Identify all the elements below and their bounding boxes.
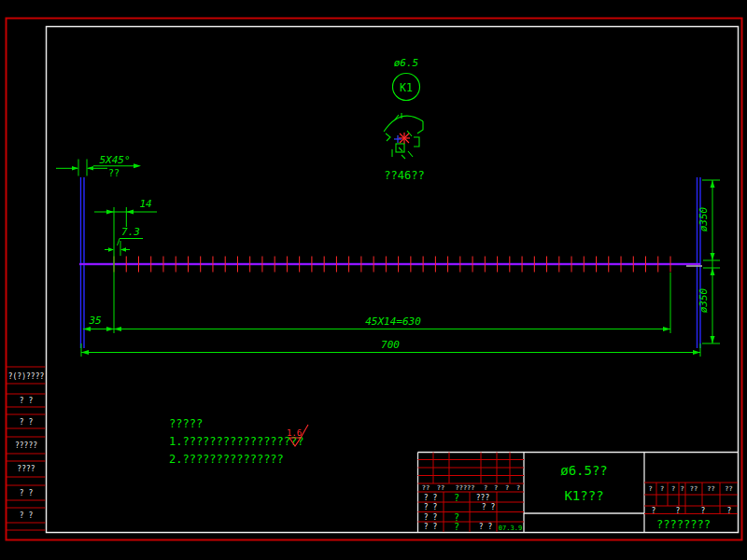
margin-row-label: ?(?)???? xyxy=(8,372,45,381)
margin-row-label: ? ? xyxy=(20,489,34,497)
outer-border xyxy=(7,19,742,540)
flange-dimension xyxy=(702,180,720,343)
chamfer-dim-text: 5X45° xyxy=(99,154,130,166)
margin-row-label: ????? xyxy=(15,441,37,450)
sheet-header-cell: ?? xyxy=(725,485,732,493)
dim-arrow xyxy=(87,166,93,171)
revision-header-cell: ? xyxy=(505,484,509,492)
left-end-plate xyxy=(81,177,85,348)
revision-header-cell: ?? xyxy=(422,484,430,492)
dim-arrow xyxy=(81,350,89,355)
date-text: 07.3.9 xyxy=(499,525,522,532)
sheet-count-cell: ? xyxy=(701,507,706,515)
revision-header-cell: ?? xyxy=(437,484,444,492)
dim-arrow xyxy=(108,247,114,251)
revision-header-cell: ????? xyxy=(455,484,474,492)
dim-arrow xyxy=(106,210,114,215)
company-name-text: ???????? xyxy=(656,518,711,531)
sheet-header-cell: ?? xyxy=(707,485,714,493)
revision-header-row: ?? ?? ????? ? ? ? ? xyxy=(422,484,520,492)
revision-header-cell: ? xyxy=(516,484,520,492)
hole-dia-callout-text: ø6.5 xyxy=(394,57,419,69)
chamfer-note-text: ?? xyxy=(108,168,120,178)
margin-row-label: ? ? xyxy=(20,418,34,427)
flange-dia-top-text: ø350 xyxy=(698,206,710,231)
revision-header-cell: ? xyxy=(484,484,487,492)
overall-dim-text: 700 xyxy=(381,339,400,351)
dim-arrow xyxy=(72,166,78,171)
small-offset-dimension xyxy=(105,239,143,257)
dim-arrow xyxy=(120,247,126,251)
sheet-header-cell: ? xyxy=(680,485,684,493)
cad-canvas: ?(?)???? ? ? ? ? ????? ???? ? ? ? ? 5X45… xyxy=(0,0,747,560)
dim-arrow xyxy=(663,327,670,331)
cad-drawing-viewport: ?(?)???? ? ? ? ? ????? ???? ? ? ? ? 5X45… xyxy=(0,0,747,560)
sheet-header-cell: ?? xyxy=(690,485,698,493)
pitch-run-dim-text: 45X14=630 xyxy=(365,315,421,328)
part-name-text: K1??? xyxy=(564,488,603,503)
dim-arrow xyxy=(134,163,141,168)
k1-bubble-label: K1 xyxy=(400,81,413,94)
roughness-value-text: 1.6 xyxy=(287,428,302,438)
sign-cell: ? ? xyxy=(424,513,438,522)
sheet-count-cell: ? xyxy=(652,507,656,515)
dim-arrow xyxy=(126,210,134,215)
margin-row-label: ? ? xyxy=(20,511,34,520)
inner-frame xyxy=(47,27,739,533)
sheet-header-cell: ? xyxy=(671,485,675,493)
stage-cell: ? ? xyxy=(482,503,496,511)
right-end-plate xyxy=(698,177,701,348)
weld-symbol-red-mark xyxy=(399,133,410,144)
sheet-header-cell: ? xyxy=(648,485,652,493)
revision-header-cell: ? xyxy=(494,484,498,492)
green-sign-mark: ? xyxy=(454,522,459,532)
small-offset-dim-text: 7.3 xyxy=(121,226,140,238)
dim-arrow xyxy=(106,327,114,331)
left-margin-table-labels: ?(?)???? ? ? ? ? ????? ???? ? ? ? ? xyxy=(8,372,45,520)
pitch-dim-text: 14 xyxy=(139,198,151,210)
part-spec-text: ø6.5?? xyxy=(560,463,608,478)
dim-arrow xyxy=(693,350,700,355)
signature-marks: ? ? ? xyxy=(454,493,459,533)
margin-row-label: ???? xyxy=(17,465,35,473)
notes-line1: 1.?????????????????? xyxy=(169,435,304,448)
dim-arrow xyxy=(711,336,715,343)
notes-heading: ????? xyxy=(169,417,203,430)
sheet-count-cell: ? xyxy=(676,507,681,515)
stage-cell: ? ? xyxy=(479,523,493,531)
weld-note-text: ??46?? xyxy=(384,169,424,182)
start-offset-dim-text: 35 xyxy=(88,315,101,327)
sign-cell: ? ? xyxy=(424,494,438,502)
notes-line2: 2.??????????????? xyxy=(169,453,284,466)
sheet-header-cell: ? xyxy=(660,485,664,493)
dim-arrow xyxy=(711,268,715,275)
sign-cell: ? ? xyxy=(424,523,438,531)
weld-detail-symbol xyxy=(384,113,423,159)
dim-arrow xyxy=(711,180,715,188)
flange-dia-bottom-text: ø350 xyxy=(698,287,710,313)
green-sign-mark: ? xyxy=(454,493,459,503)
sign-cell: ? ? xyxy=(424,503,438,511)
dim-arrow xyxy=(711,253,715,260)
stage-cell: ??? xyxy=(476,494,490,502)
green-sign-mark: ? xyxy=(454,512,459,523)
margin-row-label: ? ? xyxy=(20,397,34,405)
sheet-count-cell: ? xyxy=(727,507,732,515)
dim-arrow xyxy=(114,327,121,331)
